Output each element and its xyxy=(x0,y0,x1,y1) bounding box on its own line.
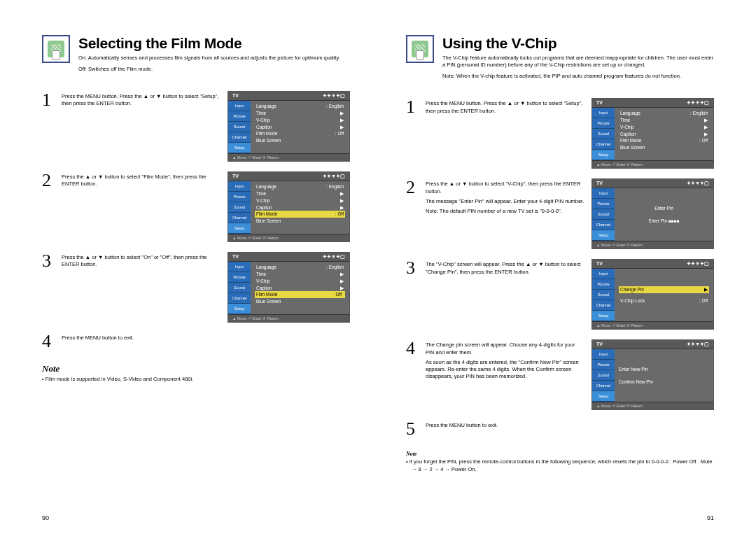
osd-tab: Channel xyxy=(228,132,251,143)
page-right: Using the V-Chip The V-Chip feature auto… xyxy=(378,0,756,534)
note-heading: Note xyxy=(406,451,714,457)
osd-footer: ▲ Move ⏎ Enter ⟳ Return xyxy=(228,153,349,161)
step-number: 1 xyxy=(406,98,419,116)
step-number: 3 xyxy=(406,259,419,277)
intro-text: The V-Chip feature automatically locks o… xyxy=(442,55,714,69)
step-number: 2 xyxy=(406,178,419,197)
note-text: If you forget the PIN, press the remote-… xyxy=(406,458,714,472)
step-row: 1 Press the MENU button. Press the ▲ or … xyxy=(42,91,350,162)
osd-tab: Input xyxy=(228,101,251,111)
step-number: 4 xyxy=(406,339,419,358)
step-row: 3 Press the ▲ or ▼ button to select "On"… xyxy=(42,252,350,323)
page-left: Selecting the Film Mode On: Automaticall… xyxy=(0,0,378,534)
step-number: 4 xyxy=(42,332,55,351)
touch-icon xyxy=(42,35,70,63)
page-title: Selecting the Film Mode xyxy=(78,35,350,52)
header-left: Selecting the Film Mode On: Automaticall… xyxy=(42,35,350,77)
step-text: Press the MENU button. Press the ▲ or ▼ … xyxy=(426,98,584,114)
step-text: Press the ▲ or ▼ button to select "Film … xyxy=(62,171,220,188)
note-text: Film mode is supported in Video, S-Video… xyxy=(42,376,350,383)
tv-screenshot: TV✦✦▼✦▢ Input Picture Sound Channel Setu… xyxy=(592,339,714,410)
tv-screenshot: TV✦✦▼✦▢ Input Picture Sound Channel Setu… xyxy=(227,171,350,242)
step-text: Press the MENU button to exit. xyxy=(62,332,350,342)
header-right: Using the V-Chip The V-Chip feature auto… xyxy=(406,35,714,84)
step-text: The "V-Chip" screen will appear. Press t… xyxy=(426,259,584,275)
page-number: 91 xyxy=(707,514,714,521)
step-text: Press the ▲ or ▼ button to select "V-Chi… xyxy=(426,178,584,215)
step-row: 4 The Change pin screen will appear. Cho… xyxy=(406,339,714,410)
tv-screenshot: TV✦✦▼✦▢ Input Picture Sound Channel Setu… xyxy=(227,91,350,162)
step-row: 2 Press the ▲ or ▼ button to select "Fil… xyxy=(42,171,350,242)
step-row: 3 The "V-Chip" screen will appear. Press… xyxy=(406,259,714,330)
step-number: 5 xyxy=(406,420,419,438)
page-title: Using the V-Chip xyxy=(442,35,714,52)
osd-title: TV xyxy=(232,93,239,99)
step-text: Press the ▲ or ▼ button to select "On" o… xyxy=(62,252,220,268)
osd-tab: Sound xyxy=(228,122,251,132)
tv-screenshot: TV✦✦▼✦▢ Input Picture Sound Channel Setu… xyxy=(227,252,350,323)
touch-icon xyxy=(406,35,434,63)
intro-text: On: Automatically senses and processes f… xyxy=(78,55,350,62)
step-text: The Change pin screen will appear. Choos… xyxy=(426,339,584,380)
tv-screenshot: TV✦✦▼✦▢ Input Picture Sound Channel Setu… xyxy=(592,259,714,330)
osd-tab: Picture xyxy=(228,111,251,122)
step-number: 3 xyxy=(42,252,55,270)
step-row: 1 Press the MENU button. Press the ▲ or … xyxy=(406,98,714,169)
osd-icons: ✦✦▼✦▢ xyxy=(323,93,345,99)
step-number: 2 xyxy=(42,171,55,190)
intro-text-2: Note: When the V-chip feature is activat… xyxy=(442,73,714,80)
tv-screenshot: TV✦✦▼✦▢ Input Picture Sound Channel Setu… xyxy=(592,178,714,249)
note-heading: Note xyxy=(42,363,350,374)
step-row: 5 Press the MENU button to exit. xyxy=(406,420,714,438)
page-number: 90 xyxy=(42,514,49,521)
osd-tab: Setup xyxy=(228,143,251,153)
step-text: Press the MENU button to exit. xyxy=(426,420,714,429)
step-row: 2 Press the ▲ or ▼ button to select "V-C… xyxy=(406,178,714,249)
tv-screenshot: TV✦✦▼✦▢ Input Picture Sound Channel Setu… xyxy=(592,98,714,169)
step-row: 4 Press the MENU button to exit. xyxy=(42,332,350,351)
step-number: 1 xyxy=(42,91,55,109)
step-text: Press the MENU button. Press the ▲ or ▼ … xyxy=(62,91,220,107)
intro-text-2: Off: Switches off the Film mode. xyxy=(78,66,350,73)
